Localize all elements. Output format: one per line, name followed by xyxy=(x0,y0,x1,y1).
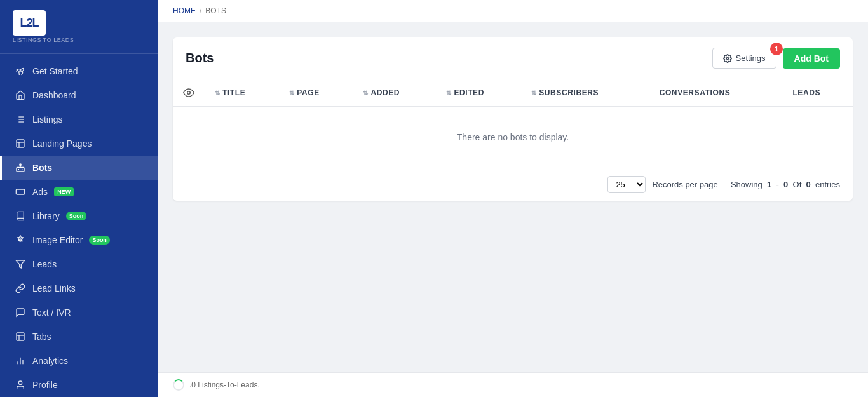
leads-icon xyxy=(15,259,26,270)
of-label: Of xyxy=(793,180,802,189)
chart-icon xyxy=(15,355,26,367)
th-icon xyxy=(173,79,205,107)
page-footer: .0 Listings-To-Leads. xyxy=(158,372,868,397)
sidebar-label-bots: Bots xyxy=(32,163,52,173)
th-leads: LEADS xyxy=(782,79,853,107)
entries-label: entries xyxy=(815,180,840,189)
sidebar-item-get-started[interactable]: Get Started xyxy=(0,59,158,83)
image-editor-icon xyxy=(15,234,26,246)
list-icon xyxy=(15,114,26,125)
sidebar-item-analytics[interactable]: Analytics xyxy=(0,349,158,373)
breadcrumb-current: BOTS xyxy=(205,6,226,15)
sidebar-label-text-ivr: Text / IVR xyxy=(32,307,71,318)
nav-menu: Get Started Dashboard Listings Landing P… xyxy=(0,54,158,397)
page-title: Bots xyxy=(186,51,214,65)
svg-point-22 xyxy=(18,381,22,384)
home-icon xyxy=(15,90,26,101)
library-badge-soon: Soon xyxy=(66,212,87,220)
add-bot-button[interactable]: Add Bot xyxy=(783,48,840,69)
empty-state-row: There are no bots to display. xyxy=(173,107,853,168)
page-header: Bots 1 Settings Add Bot xyxy=(173,37,853,79)
table-body: There are no bots to display. xyxy=(173,107,853,168)
th-edited[interactable]: EDITED xyxy=(436,79,521,107)
breadcrumb-separator: / xyxy=(200,6,201,15)
sidebar-item-leads[interactable]: Leads xyxy=(0,252,158,276)
th-added[interactable]: ADDED xyxy=(353,79,436,107)
sidebar-item-lead-links[interactable]: Lead Links xyxy=(0,276,158,300)
bots-table: TITLE PAGE ADDED EDITED SUBSCRIBERS CONV… xyxy=(173,79,853,168)
sidebar-item-ads[interactable]: Ads NEW xyxy=(0,180,158,204)
user-icon xyxy=(15,379,26,391)
svg-point-25 xyxy=(187,91,191,95)
logo-container: L2L LISTINGS TO LEADS xyxy=(0,0,158,54)
sidebar-label-leads: Leads xyxy=(32,259,57,269)
sidebar-label-ads: Ads xyxy=(32,187,48,197)
library-icon xyxy=(15,210,26,222)
page-card: Bots 1 Settings Add Bot xyxy=(173,37,853,201)
sidebar-label-image-editor: Image Editor xyxy=(32,235,83,245)
sidebar-item-profile[interactable]: Profile xyxy=(0,373,158,397)
sidebar-label-analytics: Analytics xyxy=(32,356,68,366)
sidebar-item-bots[interactable]: Bots xyxy=(0,156,158,180)
ads-badge-new: NEW xyxy=(54,187,74,196)
table-header-row: TITLE PAGE ADDED EDITED SUBSCRIBERS CONV… xyxy=(173,79,853,107)
sidebar-item-dashboard[interactable]: Dashboard xyxy=(0,83,158,107)
showing-start: 1 xyxy=(767,180,771,189)
svg-point-24 xyxy=(726,57,729,60)
footer-text: .0 Listings-To-Leads. xyxy=(189,380,260,389)
sidebar-item-landing-pages[interactable]: Landing Pages xyxy=(0,131,158,156)
link-icon xyxy=(15,283,26,294)
sidebar: L2L LISTINGS TO LEADS Get Started Dashbo… xyxy=(0,0,158,397)
svg-rect-7 xyxy=(17,140,24,147)
layout-icon xyxy=(15,138,26,149)
settings-button[interactable]: Settings xyxy=(712,48,776,69)
sidebar-label-get-started: Get Started xyxy=(32,66,78,76)
svg-marker-17 xyxy=(16,260,24,268)
sidebar-item-listings[interactable]: Listings xyxy=(0,107,158,131)
sidebar-label-landing-pages: Landing Pages xyxy=(32,138,92,149)
sidebar-item-image-editor[interactable]: Image Editor Soon xyxy=(0,228,158,252)
svg-rect-18 xyxy=(17,333,24,340)
th-conversations: CONVERSATIONS xyxy=(649,79,783,107)
bot-icon xyxy=(15,162,26,173)
records-label: Records per page — Showing xyxy=(652,180,762,189)
th-subscribers[interactable]: SUBSCRIBERS xyxy=(521,79,649,107)
th-title[interactable]: TITLE xyxy=(205,79,279,107)
main-content: HOME / BOTS Bots 1 Settings Add Bot xyxy=(158,0,868,397)
content-area: Bots 1 Settings Add Bot xyxy=(158,22,868,372)
svg-point-11 xyxy=(20,164,22,166)
svg-rect-10 xyxy=(17,167,24,172)
header-actions: 1 Settings Add Bot xyxy=(712,48,840,69)
sidebar-label-dashboard: Dashboard xyxy=(32,90,76,100)
total-count: 0 xyxy=(806,180,811,189)
empty-state-message: There are no bots to display. xyxy=(173,107,853,168)
rocket-icon xyxy=(15,65,26,77)
ads-icon xyxy=(15,186,26,198)
breadcrumb-home[interactable]: HOME xyxy=(173,6,196,15)
sidebar-item-text-ivr[interactable]: Text / IVR xyxy=(0,300,158,325)
settings-label: Settings xyxy=(736,53,766,63)
sidebar-label-tabs: Tabs xyxy=(32,332,51,342)
sidebar-label-library: Library xyxy=(32,211,60,221)
showing-end: 0 xyxy=(783,180,788,189)
image-editor-badge-soon: Soon xyxy=(89,236,110,245)
sidebar-item-tabs[interactable]: Tabs xyxy=(0,325,158,349)
pagination: 25 50 100 Records per page — Showing 1 -… xyxy=(173,168,853,201)
sidebar-label-lead-links: Lead Links xyxy=(32,283,76,293)
th-page[interactable]: PAGE xyxy=(279,79,353,107)
notification-badge: 1 xyxy=(770,43,783,55)
loader-icon xyxy=(173,379,184,391)
per-page-select[interactable]: 25 50 100 xyxy=(607,176,646,193)
sidebar-label-listings: Listings xyxy=(32,114,62,124)
breadcrumb: HOME / BOTS xyxy=(158,0,868,22)
sidebar-item-library[interactable]: Library Soon xyxy=(0,204,158,228)
message-icon xyxy=(15,307,26,318)
table-head: TITLE PAGE ADDED EDITED SUBSCRIBERS CONV… xyxy=(173,79,853,107)
gear-icon xyxy=(723,54,732,63)
table-container: TITLE PAGE ADDED EDITED SUBSCRIBERS CONV… xyxy=(173,79,853,168)
sidebar-label-profile: Profile xyxy=(32,380,58,390)
tabs-icon xyxy=(15,331,26,342)
pagination-info: Records per page — Showing 1 - 0 Of 0 en… xyxy=(652,180,840,189)
svg-point-0 xyxy=(20,71,22,72)
logo-subtitle: LISTINGS TO LEADS xyxy=(13,37,145,43)
